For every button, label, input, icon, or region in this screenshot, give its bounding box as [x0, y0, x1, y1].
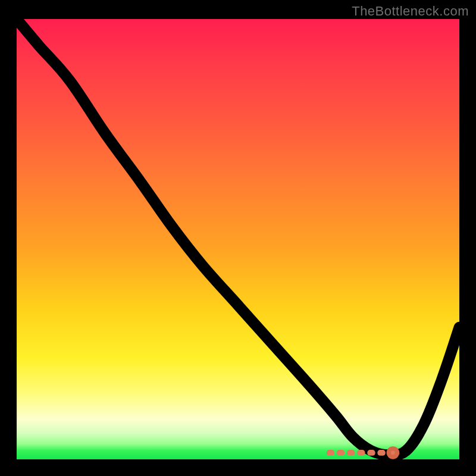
curve-layer — [17, 19, 459, 459]
marker-dash — [357, 450, 365, 456]
chart-stage: TheBottleneck.com — [0, 0, 476, 476]
marker-dash — [367, 450, 375, 456]
marker-dash — [377, 450, 385, 456]
bottleneck-curve — [17, 19, 459, 455]
marker-dash — [327, 450, 334, 456]
marker-end-dot — [389, 449, 397, 457]
marker-dash — [337, 450, 345, 456]
plot-area — [17, 19, 459, 459]
watermark-text: TheBottleneck.com — [352, 4, 469, 19]
marker-dash — [347, 450, 355, 456]
